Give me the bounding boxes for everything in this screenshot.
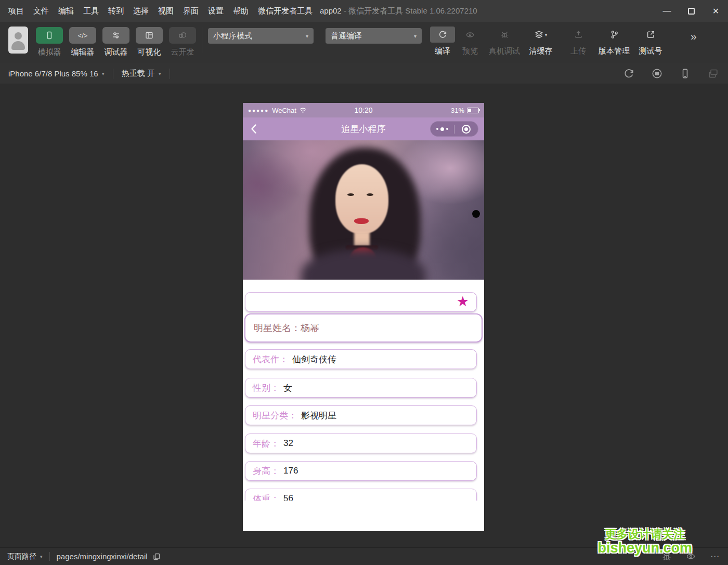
compile-select-value: 普通编译 (331, 31, 362, 41)
window-controls: — ✕ (655, 0, 728, 22)
menu-item-file[interactable]: 文件 (33, 6, 49, 16)
window-title: app02 - 微信开发者工具 Stable 1.06.2207210 (320, 6, 477, 16)
cloud-label: 云开发 (167, 47, 198, 57)
more-options-icon[interactable]: ⋯ (710, 551, 720, 562)
celebrity-photo (243, 140, 484, 280)
layout-icon (145, 31, 153, 40)
project-name: app02 (320, 6, 342, 15)
minimize-button[interactable]: — (655, 0, 679, 22)
stop-simulator-icon[interactable] (652, 68, 662, 79)
git-branch-icon (610, 30, 619, 39)
editor-label: 编辑器 (68, 47, 98, 57)
toolbar-overflow-button[interactable]: » (691, 30, 696, 43)
photo-dot-marker (472, 210, 480, 218)
scroll-area[interactable]: ★ 明星姓名： 杨幂 代表作： 仙剑奇侠传 性别： 女 明星分类： 影视明星 年… (243, 280, 484, 501)
height-row: 身高： 176 (245, 461, 477, 481)
wechat-capsule (430, 121, 478, 137)
toolbar-divider (202, 27, 202, 53)
menu-item-tools[interactable]: 工具 (83, 6, 99, 16)
toggle-debugger-button[interactable]: 调试器 (101, 27, 131, 57)
refresh-simulator-icon[interactable] (623, 68, 634, 79)
menu-item-settings[interactable]: 设置 (208, 6, 224, 16)
works-value: 仙剑奇侠传 (292, 353, 336, 365)
works-label: 代表作： (253, 353, 288, 365)
phone-simulator: ●●●●● WeChat 10:20 31% 追星小程序 ★ (243, 103, 484, 531)
layers-icon (535, 30, 543, 39)
mode-select[interactable]: 小程序模式 ▾ (208, 28, 314, 44)
page-path-select[interactable]: 页面路径 ▾ (7, 552, 43, 561)
rotate-device-icon[interactable] (680, 68, 691, 79)
hot-reload-select[interactable]: 热重载 开 ▾ (122, 69, 161, 78)
device-bar-divider (113, 69, 113, 79)
page-path-value: pages/mingxingxinxi/detail (57, 552, 148, 561)
name-row: 明星姓名： 杨幂 (244, 313, 483, 343)
photo-eye-shape (347, 193, 354, 196)
refresh-icon (438, 30, 447, 39)
toggle-visualization-button[interactable]: 可视化 (134, 27, 164, 57)
app-version-text: - 微信开发者工具 Stable 1.06.2207210 (344, 6, 477, 15)
device-bar: iPhone 6/7/8 Plus 85% 16 ▾ 热重载 开 ▾ (0, 63, 728, 84)
category-label: 明星分类： (253, 410, 297, 422)
maximize-icon (688, 8, 695, 15)
battery-icon (467, 108, 479, 113)
name-label: 明星姓名： (254, 322, 301, 334)
preview-button: 预览 (458, 27, 483, 56)
weight-row: 体重： 56 (245, 489, 477, 501)
page-title: 追星小程序 (342, 123, 386, 135)
footer-divider (49, 552, 50, 561)
upload-label: 上传 (564, 46, 593, 56)
menu-item-goto[interactable]: 转到 (108, 6, 124, 16)
category-row: 明星分类： 影视明星 (245, 405, 477, 425)
debugger-label: 调试器 (101, 47, 131, 57)
category-value: 影视明星 (301, 410, 336, 422)
simulator-controls (623, 68, 719, 79)
test-account-button[interactable]: 测试号 (635, 27, 666, 56)
maximize-button[interactable] (679, 0, 704, 22)
simulator-label: 模拟器 (34, 47, 64, 57)
phone-nav-bar: 追星小程序 (243, 117, 484, 140)
photo-eye-shape (367, 193, 373, 196)
main-toolbar: 模拟器 </> 编辑器 调试器 可视化 云开发 小程序模式 ▾ 普通编译 ▾ 编… (0, 22, 728, 63)
favorite-star-icon[interactable]: ★ (457, 295, 469, 309)
more-menu-icon[interactable] (431, 127, 454, 131)
works-row: 代表作： 仙剑奇侠传 (245, 349, 477, 369)
version-control-button[interactable]: 版本管理 (594, 27, 634, 56)
phone-status-bar: ●●●●● WeChat 10:20 31% (243, 103, 484, 117)
chevron-down-icon: ▾ (408, 33, 417, 39)
compile-button[interactable]: 编译 (428, 27, 457, 56)
close-miniprogram-icon[interactable] (454, 125, 478, 134)
sliders-icon (112, 31, 120, 40)
menu-item-help[interactable]: 帮助 (233, 6, 249, 16)
device-select[interactable]: iPhone 6/7/8 Plus 85% 16 ▾ (8, 69, 105, 78)
chevron-down-icon: ▾ (102, 71, 105, 76)
menu-item-edit[interactable]: 编辑 (58, 6, 74, 16)
menu-item-view[interactable]: 视图 (158, 6, 174, 16)
battery-percent-label: 31% (451, 107, 464, 114)
version-control-label: 版本管理 (594, 46, 634, 56)
clear-cache-label: 清缓存 (524, 46, 557, 56)
clock-label: 10:20 (243, 106, 484, 114)
phone-icon (45, 31, 54, 40)
menu-bar: 项目 文件 编辑 工具 转到 选择 视图 界面 设置 帮助 微信开发者工具 (0, 6, 313, 16)
cloud-icon (178, 31, 187, 40)
copy-icon[interactable] (152, 553, 161, 561)
close-button[interactable]: ✕ (704, 0, 728, 22)
toggle-editor-button[interactable]: </> 编辑器 (68, 27, 98, 57)
watermark: 更多设计请关注 bisheyun.com (597, 528, 692, 556)
menu-item-interface[interactable]: 界面 (183, 6, 199, 16)
menu-item-select[interactable]: 选择 (133, 6, 149, 16)
external-link-icon (646, 30, 655, 39)
back-icon[interactable] (248, 123, 261, 135)
compile-mode-select[interactable]: 普通编译 ▾ (326, 28, 422, 44)
visualization-label: 可视化 (134, 47, 164, 57)
toggle-simulator-button[interactable]: 模拟器 (34, 27, 64, 57)
avatar-icon (11, 41, 25, 50)
menu-item-devtools[interactable]: 微信开发者工具 (258, 6, 313, 16)
clear-cache-button[interactable]: ▾ 清缓存 (524, 27, 557, 56)
chevron-down-icon: ▾ (159, 71, 161, 76)
gender-label: 性别： (253, 382, 279, 394)
weight-value: 56 (283, 493, 293, 501)
user-avatar[interactable] (8, 27, 28, 54)
menu-item-project[interactable]: 项目 (8, 6, 24, 16)
upload-button: 上传 (564, 27, 593, 56)
